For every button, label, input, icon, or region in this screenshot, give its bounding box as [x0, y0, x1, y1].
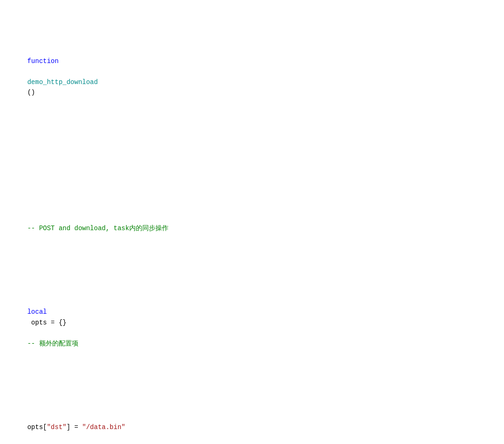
- code-line-1: function demo_http_download (): [0, 46, 504, 108]
- function-name: demo_http_download: [27, 78, 98, 86]
- code-line-5: opts["dst"] = "/data.bin" -- 下载路径,可选: [0, 401, 504, 444]
- comment: -- POST and download, task内的同步操作: [27, 225, 168, 232]
- keyword-function: function: [27, 57, 58, 65]
- code-editor: function demo_http_download () -- POST a…: [0, 0, 504, 444]
- code-line-2: [0, 150, 504, 160]
- code-line-4: local opts = {} -- 额外的配置项: [0, 286, 504, 359]
- code-line-3: -- POST and download, task内的同步操作: [0, 202, 504, 244]
